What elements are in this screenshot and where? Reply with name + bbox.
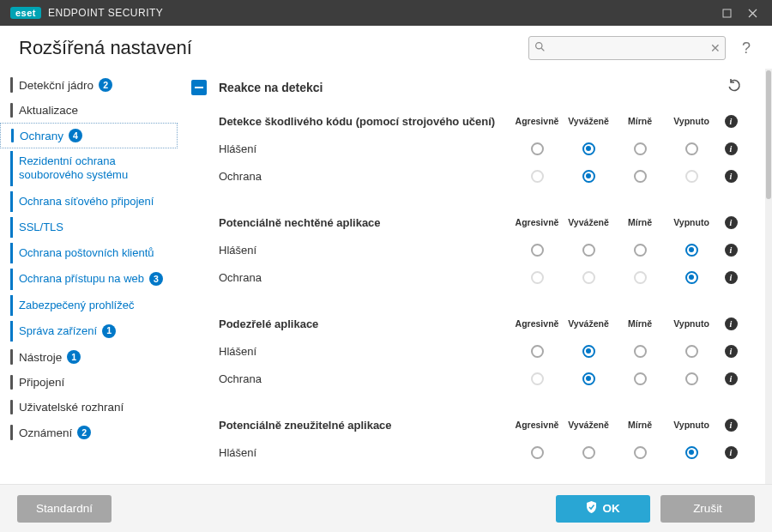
window-close-icon[interactable] [739,0,765,26]
info-icon[interactable]: i [725,244,738,257]
radio-option[interactable] [531,446,544,459]
setting-row: Hlášeníi [219,135,741,162]
info-icon[interactable]: i [725,170,738,183]
search-field[interactable]: ✕ [528,36,726,60]
sidebar-item[interactable]: Oznámení2 [0,420,178,445]
help-button[interactable]: ? [738,39,755,57]
radio-option[interactable] [685,372,698,385]
undo-icon[interactable] [727,79,741,95]
sidebar-item-label: Zabezpečený prohlížeč [19,299,134,312]
sidebar-item[interactable]: Ochrana síťového připojení [0,189,178,215]
radio-option [634,271,647,284]
window-maximize-icon[interactable] [714,0,739,26]
sidebar-item[interactable]: Připojení [0,370,178,395]
setting-label: Hlášení [219,446,508,459]
column-header: Mírně [618,116,662,126]
info-icon[interactable]: i [725,419,738,432]
setting-row: Ochranai [219,162,741,190]
search-input[interactable] [528,36,726,60]
clear-search-icon[interactable]: ✕ [710,41,721,55]
scrollbar[interactable] [765,69,772,484]
badge: 2 [99,78,112,92]
sidebar-item[interactable]: Nástroje1 [0,344,178,370]
group-title: Detekce škodlivého kódu (pomocí strojové… [219,115,508,128]
radio-option[interactable] [582,142,595,155]
sidebar-item-label: Uživatelské rozhraní [19,401,124,414]
sidebar-item[interactable]: Ochrana přístupu na web3 [0,266,178,292]
radio-option[interactable] [531,142,544,155]
radio-option [582,271,595,284]
setting-label: Ochrana [219,170,508,183]
info-icon[interactable]: i [725,345,738,358]
radio-option[interactable] [634,345,647,358]
svg-point-1 [536,43,542,49]
sidebar-item[interactable]: SSL/TLS [0,215,178,240]
info-icon[interactable]: i [725,142,738,155]
sidebar-item[interactable]: Ochrany4 [0,123,178,148]
sidebar-item-label: Správa zařízení [19,324,97,338]
info-icon[interactable]: i [725,372,738,385]
sidebar-item-label: Ochrany [20,130,63,142]
section-title: Reakce na detekci [219,81,323,94]
sidebar-item[interactable]: Uživatelské rozhraní [0,395,178,420]
radio-option[interactable] [685,244,698,257]
radio-option[interactable] [531,345,544,358]
column-header: Agresivně [515,318,559,329]
setting-label: Hlášení [219,244,508,257]
info-icon[interactable]: i [725,271,738,284]
sidebar-item-label: Detekční jádro [19,79,93,92]
radio-option[interactable] [685,446,698,459]
info-icon[interactable]: i [725,317,738,330]
sidebar-item[interactable]: Správa zařízení1 [0,318,178,344]
sidebar-item[interactable]: Ochrana poštovních klientů [0,240,178,266]
sidebar-item[interactable]: Zabezpečený prohlížeč [0,293,178,318]
column-header: Mírně [618,217,662,227]
column-header: Vyváženě [566,420,611,430]
radio-option[interactable] [634,244,647,257]
radio-option[interactable] [634,142,647,155]
setting-row: Ochranai [219,365,741,392]
settings-group: Potenciálně zneužitelné aplikaceAgresivn… [184,406,757,480]
setting-label: Hlášení [219,345,508,358]
radio-option[interactable] [582,446,595,459]
svg-line-2 [541,48,544,51]
radio-option[interactable] [685,345,698,358]
radio-option[interactable] [582,244,595,257]
content-area: Reakce na detekci Detekce škodlivého kód… [184,69,765,484]
page-header: Rozšířená nastavení ✕ ? [0,26,772,69]
info-icon[interactable]: i [725,446,738,459]
radio-option [531,271,544,284]
sidebar-item[interactable]: Detekční jádro2 [0,72,178,98]
sidebar-item[interactable]: Rezidentní ochrana souborového systému [0,148,178,189]
radio-option[interactable] [582,170,595,183]
info-icon[interactable]: i [725,115,738,128]
radio-option[interactable] [634,170,647,183]
radio-option[interactable] [582,345,595,358]
radio-option[interactable] [531,244,544,257]
column-header: Vyváženě [566,217,611,227]
column-header: Agresivně [515,116,559,126]
scrollbar-thumb[interactable] [766,70,771,199]
ok-button[interactable]: OK [556,495,650,523]
radio-option[interactable] [685,142,698,155]
setting-label: Ochrana [219,271,508,284]
column-header: Vypnuto [669,420,714,430]
titlebar: eset ENDPOINT SECURITY [0,0,772,26]
info-icon[interactable]: i [725,216,738,229]
sidebar-item-label: Ochrana přístupu na web [19,272,144,286]
group-title: Potenciálně nechtěné aplikace [219,216,508,229]
radio-option[interactable] [685,271,698,284]
radio-option[interactable] [634,372,647,385]
radio-option[interactable] [634,446,647,459]
column-header: Vyváženě [566,318,611,329]
section-header: Reakce na detekci [184,72,757,102]
setting-row: Ochranai [219,263,741,291]
radio-option[interactable] [582,372,595,385]
setting-label: Ochrana [219,372,508,385]
settings-group: Podezřelé aplikaceAgresivněVyváženěMírně… [184,305,757,406]
collapse-icon[interactable] [191,80,207,95]
cancel-button[interactable]: Zrušit [660,495,755,523]
default-button[interactable]: Standardní [17,495,112,523]
product-name: ENDPOINT SECURITY [48,7,163,19]
sidebar-item[interactable]: Aktualizace [0,98,178,123]
